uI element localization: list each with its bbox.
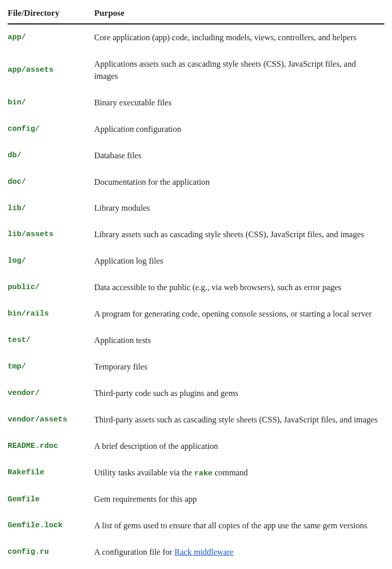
file-purpose: A brief description of the application	[94, 433, 384, 460]
file-purpose: Library modules	[94, 195, 384, 221]
file-purpose: Third-party code such as plugins and gem…	[94, 380, 384, 407]
table-row: lib/Library modules	[8, 195, 384, 221]
file-purpose: Database files	[94, 143, 384, 169]
table-row: public/Data accessible to the public (e.…	[8, 274, 384, 301]
table-row: vendor/Third-party code such as plugins …	[8, 380, 384, 407]
table-row: db/Database files	[8, 143, 384, 169]
file-purpose: Utility tasks available via the rake com…	[94, 460, 384, 487]
table-row: Gemfile.lockA list of gems used to ensur…	[8, 513, 384, 539]
file-purpose: Temporary files	[94, 354, 384, 380]
table-row: bin/railsA program for generating code, …	[8, 301, 384, 327]
table-row: .gitignorePatterns for files that should…	[8, 565, 384, 569]
file-name: Gemfile	[8, 486, 94, 513]
inline-code: rake	[194, 469, 213, 478]
header-file: File/Directory	[8, 5, 94, 24]
table-row: GemfileGem requirements for this app	[8, 486, 384, 513]
file-purpose: Applications assets such as cascading st…	[94, 51, 384, 90]
file-name: Gemfile.lock	[8, 513, 94, 539]
file-purpose: Gem requirements for this app	[94, 486, 384, 513]
file-name: Rakefile	[8, 460, 94, 487]
table-row: log/Application log files	[8, 248, 384, 274]
file-purpose: Documentation for the application	[94, 169, 384, 195]
directory-table: File/Directory Purpose app/Core applicat…	[8, 5, 384, 569]
file-purpose: Binary executable files	[94, 90, 384, 116]
file-name: vendor/	[8, 380, 94, 407]
table-row: config/Application configuration	[8, 116, 384, 143]
purpose-text: Utility tasks available via the	[94, 468, 194, 477]
file-name: bin/rails	[8, 301, 94, 327]
table-row: RakefileUtility tasks available via the …	[8, 460, 384, 487]
file-purpose: A list of gems used to ensure that all c…	[94, 513, 384, 539]
file-name: lib/	[8, 195, 94, 221]
file-purpose: A configuration file for Rack middleware	[94, 539, 384, 565]
file-name: app/assets	[8, 51, 94, 90]
purpose-text: A configuration file for	[94, 547, 175, 557]
file-purpose: Patterns for files that should be ignore…	[94, 565, 384, 569]
table-row: config.ruA configuration file for Rack m…	[8, 539, 384, 565]
file-name: .gitignore	[8, 565, 94, 569]
file-purpose: Application configuration	[94, 116, 384, 143]
table-row: test/Application tests	[8, 327, 384, 354]
file-name: lib/assets	[8, 221, 94, 248]
table-row: vendor/assetsThird-party assets such as …	[8, 407, 384, 433]
file-name: tmp/	[8, 354, 94, 380]
file-name: db/	[8, 143, 94, 169]
file-name: config.ru	[8, 539, 94, 565]
file-name: test/	[8, 327, 94, 354]
file-purpose: Application log files	[94, 248, 384, 274]
table-row: lib/assetsLibrary assets such as cascadi…	[8, 221, 384, 248]
file-name: bin/	[8, 90, 94, 116]
file-purpose: Application tests	[94, 327, 384, 354]
table-row: tmp/Temporary files	[8, 354, 384, 380]
header-purpose: Purpose	[94, 5, 384, 24]
file-purpose: Core application (app) code, including m…	[94, 24, 384, 51]
rack-middleware-link[interactable]: Rack middleware	[175, 547, 234, 557]
file-purpose: Data accessible to the public (e.g., via…	[94, 274, 384, 301]
file-name: log/	[8, 248, 94, 274]
file-purpose: A program for generating code, opening c…	[94, 301, 384, 327]
purpose-text: command	[213, 468, 248, 477]
file-name: doc/	[8, 169, 94, 195]
table-row: README.rdocA brief description of the ap…	[8, 433, 384, 460]
file-purpose: Third-party assets such as cascading sty…	[94, 407, 384, 433]
table-row: app/assetsApplications assets such as ca…	[8, 51, 384, 90]
file-name: config/	[8, 116, 94, 143]
file-name: public/	[8, 274, 94, 301]
table-row: bin/Binary executable files	[8, 90, 384, 116]
file-purpose: Library assets such as cascading style s…	[94, 221, 384, 248]
table-row: doc/Documentation for the application	[8, 169, 384, 195]
file-name: README.rdoc	[8, 433, 94, 460]
file-name: app/	[8, 24, 94, 51]
table-row: app/Core application (app) code, includi…	[8, 24, 384, 51]
file-name: vendor/assets	[8, 407, 94, 433]
